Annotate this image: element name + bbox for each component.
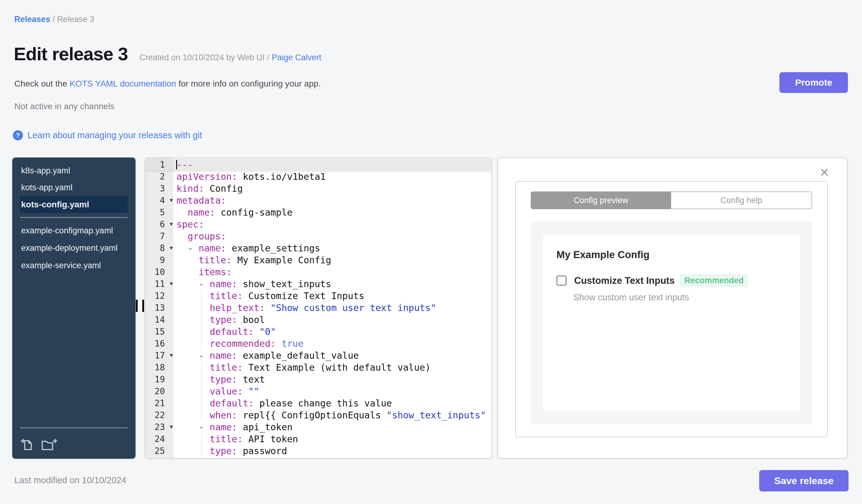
file-sidebar: k8s-app.yamlkots-app.yamlkots-config.yam… — [12, 158, 135, 459]
line-number: 12 — [145, 290, 173, 302]
intro-pre: Check out the — [14, 79, 70, 88]
code-line-4[interactable]: 4▾metadata: — [145, 195, 491, 207]
line-number: 22 — [145, 409, 173, 421]
line-text: type: bool — [173, 314, 265, 326]
code-line-19[interactable]: 19 type: text — [145, 373, 491, 385]
customize-text-inputs-checkbox[interactable] — [557, 276, 566, 286]
file-item-kots-app-yaml[interactable]: kots-app.yaml — [20, 179, 128, 196]
editor-content[interactable]: 1---2apiVersion: kots.io/v1beta13kind: C… — [145, 159, 491, 457]
text-cursor — [176, 160, 177, 170]
code-line-18[interactable]: 18 title: Text Example (with default val… — [145, 361, 491, 373]
code-line-3[interactable]: 3kind: Config — [145, 183, 491, 195]
file-plus-icon — [20, 438, 34, 451]
line-text: type: text — [173, 373, 265, 385]
add-file-button[interactable] — [20, 438, 34, 451]
breadcrumb-releases-link[interactable]: Releases — [14, 15, 50, 24]
config-preview-area: My Example Config Customize Text Inputs … — [531, 222, 812, 424]
code-line-2[interactable]: 2apiVersion: kots.io/v1beta1 — [145, 171, 491, 183]
tab-config-preview[interactable]: Config preview — [531, 191, 671, 209]
tab-config-help[interactable]: Config help — [671, 191, 812, 209]
config-preview-box: Config previewConfig help My Example Con… — [515, 181, 828, 437]
promote-button[interactable]: Promote — [780, 72, 848, 93]
line-number: 19 — [145, 373, 173, 385]
code-line-14[interactable]: 14 type: bool — [145, 314, 491, 326]
code-line-16[interactable]: 16 recommended: true — [145, 337, 491, 349]
code-line-10[interactable]: 10 items: — [145, 266, 491, 278]
code-line-20[interactable]: 20 value: "" — [145, 385, 491, 397]
code-line-1[interactable]: 1--- — [145, 159, 491, 171]
line-text: groups: — [173, 230, 226, 242]
code-line-5[interactable]: 5 name: config-sample — [145, 207, 491, 218]
code-line-11[interactable]: 11▾ - name: show_text_inputs — [145, 278, 491, 290]
created-text: Created on 10/10/2024 by Web UI / — [140, 53, 269, 62]
code-line-23[interactable]: 23▾ - name: api_token — [145, 421, 491, 433]
file-item-example-service-yaml[interactable]: example-service.yaml — [20, 257, 128, 274]
line-number: 18 — [145, 361, 173, 373]
kots-yaml-doc-link[interactable]: KOTS YAML documentation — [70, 79, 176, 88]
intro-post: for more info on configuring your app. — [176, 79, 321, 88]
fold-arrow-icon[interactable]: ▾ — [170, 194, 173, 206]
config-item-help-text: Show custom user text inputs — [573, 292, 786, 303]
line-text: name: config-sample — [173, 207, 292, 218]
line-number: 10 — [145, 266, 173, 278]
author-link[interactable]: Paige Calvert — [272, 53, 321, 62]
fold-arrow-icon[interactable]: ▾ — [170, 218, 173, 230]
file-list-top: k8s-app.yamlkots-app.yamlkots-config.yam… — [12, 162, 135, 213]
yaml-editor[interactable]: 1---2apiVersion: kots.io/v1beta13kind: C… — [145, 158, 492, 459]
created-info: Created on 10/10/2024 by Web UI /Paige C… — [140, 53, 321, 62]
code-line-22[interactable]: 22 when: repl{{ ConfigOptionEquals "show… — [145, 409, 491, 421]
config-item-row: Customize Text Inputs Recommended — [557, 274, 786, 287]
close-icon[interactable]: ✕ — [817, 166, 832, 179]
code-line-7[interactable]: 7 groups: — [145, 230, 491, 242]
question-mark-icon: ? — [13, 130, 23, 141]
config-tabs: Config previewConfig help — [531, 191, 812, 209]
line-text: spec: — [173, 218, 204, 230]
code-line-12[interactable]: 12 title: Customize Text Inputs — [145, 290, 491, 302]
last-modified-text: Last modified on 10/10/2024 — [14, 475, 126, 485]
code-line-15[interactable]: 15 default: "0" — [145, 326, 491, 337]
line-number: 5 — [145, 207, 173, 218]
file-item-k8s-app-yaml[interactable]: k8s-app.yaml — [20, 162, 128, 179]
save-release-button[interactable]: Save release — [759, 470, 849, 491]
sidebar-resize-handle[interactable] — [135, 300, 145, 312]
code-line-17[interactable]: 17▾ - name: example_default_value — [145, 349, 491, 361]
line-number: 6▾ — [145, 218, 173, 230]
file-list-bottom: example-configmap.yamlexample-deployment… — [12, 222, 135, 274]
line-number: 1 — [145, 159, 173, 171]
line-text: items: — [173, 266, 232, 278]
add-folder-button[interactable] — [41, 438, 58, 451]
recommended-badge: Recommended — [680, 274, 748, 287]
git-help-link[interactable]: Learn about managing your releases with … — [27, 130, 202, 141]
fold-arrow-icon[interactable]: ▾ — [170, 421, 173, 433]
code-line-21[interactable]: 21 default: please change this value — [145, 397, 491, 409]
title-row: Edit release 3 Created on 10/10/2024 by … — [14, 43, 321, 65]
code-line-9[interactable]: 9 title: My Example Config — [145, 254, 491, 266]
fold-arrow-icon[interactable]: ▾ — [170, 242, 173, 254]
line-number: 17▾ — [145, 349, 173, 361]
line-number: 15 — [145, 326, 173, 337]
line-text: help_text: "Show custom user text inputs… — [173, 302, 436, 314]
config-item-label: Customize Text Inputs — [574, 275, 675, 286]
line-text: default: "0" — [173, 326, 276, 337]
file-item-kots-config-yaml[interactable]: kots-config.yaml — [20, 196, 128, 213]
file-item-example-configmap-yaml[interactable]: example-configmap.yaml — [20, 222, 128, 239]
sidebar-divider — [20, 217, 128, 218]
fold-arrow-icon[interactable]: ▾ — [170, 349, 173, 361]
code-line-6[interactable]: 6▾spec: — [145, 218, 491, 230]
code-line-24[interactable]: 24 title: API token — [145, 433, 491, 445]
line-text: title: Customize Text Inputs — [173, 290, 364, 302]
line-text: apiVersion: kots.io/v1beta1 — [173, 171, 326, 183]
fold-arrow-icon[interactable]: ▾ — [170, 278, 173, 290]
code-line-25[interactable]: 25 type: password — [145, 445, 491, 457]
channel-status: Not active in any channels — [14, 102, 114, 111]
sidebar-actions — [12, 433, 135, 452]
line-text: title: Text Example (with default value) — [173, 361, 431, 373]
line-text: when: repl{{ ConfigOptionEquals "show_te… — [173, 409, 486, 421]
file-item-example-deployment-yaml[interactable]: example-deployment.yaml — [20, 239, 128, 257]
breadcrumb-separator: / — [50, 15, 57, 24]
code-line-13[interactable]: 13 help_text: "Show custom user text inp… — [145, 302, 491, 314]
line-number: 16 — [145, 337, 173, 349]
line-text: - name: show_text_inputs — [173, 278, 331, 290]
code-line-8[interactable]: 8▾ - name: example_settings — [145, 242, 491, 254]
line-number: 14 — [145, 314, 173, 326]
